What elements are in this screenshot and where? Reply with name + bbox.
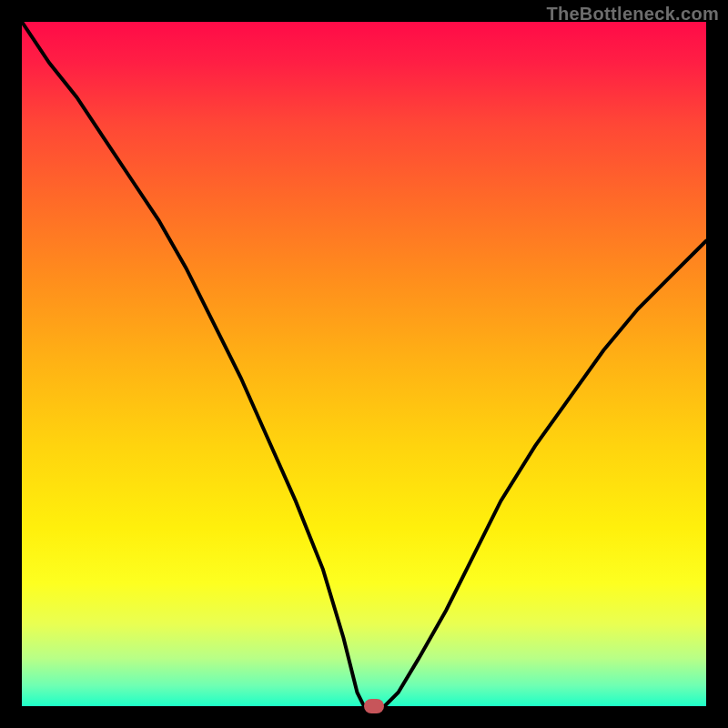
watermark-text: TheBottleneck.com: [546, 4, 719, 25]
chart-frame: TheBottleneck.com: [0, 0, 728, 728]
bottleneck-curve: [22, 22, 706, 706]
min-marker: [364, 699, 384, 713]
plot-area: [22, 22, 706, 706]
